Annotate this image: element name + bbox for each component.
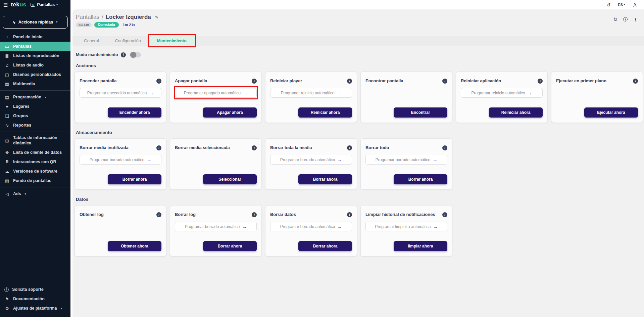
action-button[interactable]: Ejecutar ahora [584,107,638,118]
info-icon[interactable]: i [156,145,161,150]
lightning-icon: ϟ [13,20,15,25]
schedule-button[interactable]: Programar reinicio automático → [461,88,543,98]
sidebar-item-disenos-personalizados[interactable]: ▢ Diseños personalizados [0,70,70,79]
sidebar-divider [0,90,70,91]
schedule-button[interactable]: Programar apagado automático → [175,88,257,98]
user-account-icon[interactable] [633,2,638,7]
brand-logo[interactable]: tekus [11,1,26,8]
schedule-button[interactable]: Programar borrado automático → [365,155,447,165]
sections-root: Acciones Encender pantalla i Programar e… [72,63,644,257]
chevron-down-icon: ▾ [45,96,46,99]
sidebar-item-interacciones-con-qr[interactable]: ⠿ Interacciones con QR [0,157,70,167]
info-icon[interactable]: i [538,79,543,84]
info-icon[interactable]: i [347,79,352,84]
language-selector[interactable]: ES ▾ [618,3,625,7]
action-card: Borrar media seleccionada i Seleccionar [170,138,262,190]
arrow-right-icon: → [149,91,154,95]
schedule-button[interactable]: Programar borrado automático → [270,155,352,165]
chevron-down-icon: ▾ [61,307,62,310]
arrow-right-icon: → [433,157,437,162]
section-heading: Acciones [75,63,644,69]
schedule-button[interactable]: Programar limpieza automática → [365,222,447,231]
action-button[interactable]: Borrar ahora [203,241,257,251]
sidebar-item-multimedia[interactable]: ▦ Multimedia [0,79,70,89]
action-button[interactable]: Reiniciar ahora [298,107,352,118]
schedule-button[interactable]: Programar borrado automático → [175,222,257,231]
card-title: Ejecutar en primer plano [556,79,606,84]
chevron-down-icon: ▾ [56,21,57,24]
info-icon[interactable]: i [252,79,257,84]
sidebar-item-listas-de-audio[interactable]: ♫ Listas de audio [0,60,70,70]
sidebar-item-tablas-de-informacion-dinamica[interactable]: ⊞ Tablas de información dinámica [0,134,70,148]
sidebar-item-lugares[interactable]: ⌖ Lugares [0,102,70,111]
info-icon[interactable]: i [347,145,352,150]
maintenance-mode-toggle[interactable] [131,52,141,57]
action-button[interactable]: Encender ahora [108,107,161,118]
tab-general[interactable]: General [76,36,107,46]
sidebar-item-ajustes-de-plataforma[interactable]: ⚙ Ajustes de plataforma ▾ [0,304,70,313]
action-button[interactable]: Encontrar [394,107,447,118]
tab-configuracion[interactable]: Configuración [107,36,149,46]
sidebar-item-fondo-de-pantallas[interactable]: ▨ Fondo de pantallas [0,176,70,185]
edit-title-icon[interactable]: ✎ [155,14,159,21]
sidebar-item-versiones-de-software[interactable]: ☁ Versiones de software [0,167,70,176]
sidebar-item-reportes[interactable]: ∿ Reportes [0,121,70,130]
schedule-button[interactable]: Programar borrado automático → [270,222,352,231]
action-card: Apagar pantalla i Programar apagado auto… [170,72,262,123]
info-icon[interactable]: i [156,79,161,84]
breadcrumb-root-link[interactable]: Pantallas [76,14,99,20]
schedule-button[interactable]: Programar reinicio automático → [270,88,352,98]
info-icon[interactable]: i [252,145,257,150]
quick-actions-button[interactable]: ϟ Acciones rápidas ▾ [3,16,68,29]
action-button[interactable]: Obtener ahora [108,241,161,251]
tablas-de-informacion-dinamica-icon: ⊞ [4,139,10,143]
info-icon[interactable]: i [121,52,126,57]
schedule-button[interactable]: Programar borrado automático → [80,155,161,165]
language-label: ES [618,3,623,7]
card-title: Borrar log [175,212,196,217]
breadcrumb-separator: / [102,14,103,20]
action-button[interactable]: Borrar ahora [394,174,447,184]
card-title: Apagar pantalla [175,79,207,84]
card-section: Datos Obtener log i Obtener ahora Borrar… [72,197,644,257]
schedule-button[interactable]: Programar encendido automático → [80,88,161,98]
card-section: Acciones Encender pantalla i Programar e… [72,63,644,123]
sidebar-item-documentacion[interactable]: ⚑ Documentación [0,294,70,304]
info-icon[interactable]: i [347,212,352,217]
action-button[interactable]: Borrar ahora [298,174,352,184]
sidebar-bottom-nav: ? Solicita soporte ⚑ Documentación ⚙ Aju… [0,285,70,317]
info-icon[interactable]: i [252,212,257,217]
action-button[interactable]: limpiar ahora [394,241,447,251]
action-button[interactable]: Borrar ahora [108,174,161,184]
action-button[interactable]: Seleccionar [203,174,257,184]
sidebar-item-listas-de-reproduccion[interactable]: ≣ Listas de reproducción [0,51,70,60]
info-icon[interactable]: i [442,145,447,150]
info-icon[interactable]: i [442,212,447,217]
info-icon[interactable]: i [442,79,447,84]
sidebar-item-solicita-soporte[interactable]: ? Solicita soporte [0,285,70,294]
info-icon[interactable]: i [156,212,161,217]
chevron-down-icon: ▾ [624,3,625,6]
sidebar-item-panel-de-inicio[interactable]: ◔ Panel de inicio [0,32,70,42]
disenos-personalizados-icon: ▢ [4,73,10,77]
sidebar-item-grupos[interactable]: ❏ Grupos [0,111,70,121]
action-button[interactable]: Reiniciar ahora [489,107,543,118]
action-button[interactable]: Borrar ahora [298,241,352,251]
kebab-menu-icon[interactable]: ⋮ [633,17,638,22]
hamburger-menu-icon[interactable]: ☰ [3,2,8,7]
sidebar-item-pantallas[interactable]: ▭ Pantallas [0,42,70,51]
ads-icon: ◁ [4,192,10,196]
info-icon[interactable]: i [623,17,628,21]
cards-row: Obtener log i Obtener ahora Borrar log i… [75,205,644,257]
app-switcher-dropdown[interactable]: K Pantallas ▾ [31,2,58,7]
action-button[interactable]: Apagar ahora [203,107,257,118]
refresh-icon[interactable]: ↻ [613,17,617,22]
sidebar-item-lista-de-cliente-de-datos[interactable]: ❖ Lista de cliente de datos [0,148,70,157]
screen-id-badge: SC-319 [76,22,92,27]
sidebar-item-programacion[interactable]: ▤ Programación ▾ [0,92,70,102]
info-icon[interactable]: i [633,79,638,84]
tab-mantenimiento[interactable]: Mantenimiento [149,36,195,46]
sidebar-item-ads[interactable]: ◁ Ads ▾ [0,189,70,198]
top-bar: ↺ ES ▾ [70,0,644,9]
history-icon[interactable]: ↺ [606,2,611,7]
